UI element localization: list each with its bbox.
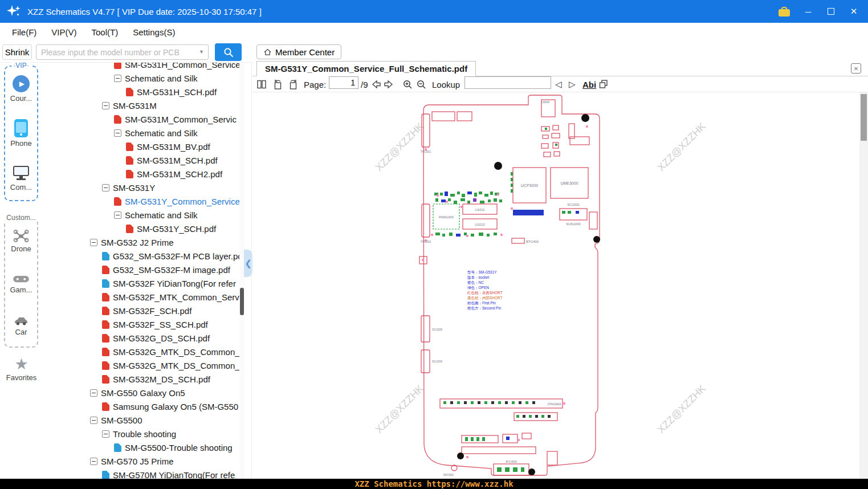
menu-settings[interactable]: Settings(S) xyxy=(131,26,177,38)
document-tab[interactable]: SM-G531Y_Common_Service_Full_Schematic.p… xyxy=(256,61,476,76)
shrink-button[interactable]: Shrink xyxy=(2,44,32,60)
tree-file-row[interactable]: SM-G532F_SCH.pdf xyxy=(43,304,239,317)
pdf-file-icon xyxy=(102,402,109,411)
phone-icon xyxy=(14,119,28,137)
viewer-scrollbar-thumb[interactable] xyxy=(861,94,867,141)
play-circle-icon: ▶ xyxy=(13,75,30,92)
maximize-button[interactable] xyxy=(826,7,836,17)
previous-result-icon[interactable]: ◁ xyxy=(555,76,562,92)
tree-file-row[interactable]: SM-G531Y_SCH.pdf xyxy=(43,222,239,235)
tree-file-row[interactable]: SM-G532M_DS_SCH.pdf xyxy=(43,372,239,386)
toolbox-icon[interactable] xyxy=(778,6,790,17)
tree-folder-row[interactable]: SM-G570 J5 Prime xyxy=(43,454,239,468)
previous-page-icon[interactable] xyxy=(370,76,382,92)
tree-item-label: Samsung Galaxy On5 (SM-G550 xyxy=(113,402,238,411)
chevron-down-icon[interactable]: ▼ xyxy=(199,49,204,55)
tree-file-row[interactable]: SM-G532F_SS_SCH.pdf xyxy=(43,317,239,331)
tree-folder-row[interactable]: SM-G531Y xyxy=(43,181,239,194)
rail-item-courses[interactable]: ▶ Cour... xyxy=(10,75,32,103)
tree-item-label: SM-G570M YiDianTong(For refe xyxy=(113,470,235,479)
tree-folder-row[interactable]: Schematic and Silk xyxy=(43,71,239,85)
drone-icon xyxy=(13,229,30,243)
tree-file-row[interactable]: SM-G531H_SCH.pdf xyxy=(43,85,239,99)
menu-vip[interactable]: VIP(V) xyxy=(49,26,79,38)
pdf-file-icon xyxy=(102,348,109,356)
tree-folder-row[interactable]: SM-G5500 xyxy=(43,413,239,427)
svg-text:U604: U604 xyxy=(541,100,550,104)
tree-file-row[interactable]: SM-G531M_BV.pdf xyxy=(43,140,239,153)
schematic-canvas: XZZ@XZZHK XZZ@XZZHK XZZ@XZZHK XZZ@XZZHK xyxy=(376,92,697,479)
tree-item-label: SM-G531Y_Common_Service xyxy=(125,197,239,206)
search-button[interactable] xyxy=(215,43,242,61)
gamepad-icon xyxy=(13,274,30,284)
tree-folder-row[interactable]: Trouble shooting xyxy=(43,427,239,441)
tree-file-row[interactable]: SM-G532F YiDianTong(For refer xyxy=(43,276,239,290)
rail-item-games[interactable]: Gam... xyxy=(10,274,32,294)
tree-file-row[interactable]: SM-G531H_Common_Service xyxy=(43,63,239,71)
page-number-input[interactable] xyxy=(329,76,358,89)
member-center-button[interactable]: Member Center xyxy=(256,44,341,59)
collapse-minus-icon[interactable] xyxy=(90,417,97,424)
doc-file-icon xyxy=(102,279,109,288)
tree-file-row[interactable]: SM-G531M_SCH.pdf xyxy=(43,153,239,167)
collapse-minus-icon[interactable] xyxy=(102,102,109,109)
viewer-scrollbar-track[interactable] xyxy=(859,92,868,479)
tree-item-label: G532_SM-G532F-M PCB layer.pc xyxy=(113,251,239,261)
two-page-view-icon[interactable] xyxy=(256,76,267,92)
rail-item-car[interactable]: Car xyxy=(13,315,30,336)
collapse-minus-icon[interactable] xyxy=(114,75,121,82)
pdf-viewer-area[interactable]: XZZ@XZZHK XZZ@XZZHK XZZ@XZZHK XZZ@XZZHK xyxy=(252,92,859,479)
collapse-minus-icon[interactable] xyxy=(102,430,109,438)
tree-file-row[interactable]: SM-G570M YiDianTong(For refe xyxy=(43,468,239,479)
menu-tool[interactable]: Tool(T) xyxy=(89,26,121,38)
text-select-tool[interactable]: Abi xyxy=(582,76,596,92)
close-button[interactable]: ✕ xyxy=(849,6,859,17)
svg-text:UME3000: UME3000 xyxy=(560,181,578,185)
tree-folder-row[interactable]: SM-G550 Galaxy On5 xyxy=(43,386,239,400)
collapse-minus-icon[interactable] xyxy=(90,389,97,397)
next-result-icon[interactable]: ▷ xyxy=(569,76,576,92)
lookup-input[interactable] xyxy=(464,76,551,89)
rotate-left-icon[interactable] xyxy=(272,76,283,92)
rail-item-drone[interactable]: Drone xyxy=(11,229,31,253)
tree-file-row[interactable]: SM-G532G_DS_SCH.pdf xyxy=(43,331,239,345)
tree-file-row[interactable]: Samsung Galaxy On5 (SM-G550 xyxy=(43,400,239,413)
pdf-file-icon xyxy=(126,156,133,165)
compare-windows-icon[interactable] xyxy=(598,76,609,92)
tree-folder-row[interactable]: Schematic and Silk xyxy=(43,126,239,140)
rail-item-phone[interactable]: Phone xyxy=(10,119,32,148)
rail-item-favorites[interactable]: ★ Favorites xyxy=(0,356,43,382)
tree-item-label: SM-G531M_Common_Servic xyxy=(125,115,237,124)
tree-folder-row[interactable]: SM-G531M xyxy=(43,99,239,112)
collapse-minus-icon[interactable] xyxy=(102,184,109,191)
tree-folder-row[interactable]: Schematic and Silk xyxy=(43,208,239,222)
svg-text:U1012: U1012 xyxy=(475,223,485,226)
rail-item-computer[interactable]: Com... xyxy=(10,164,32,191)
tree-file-row[interactable]: SM-G531M_Common_Servic xyxy=(43,112,239,126)
next-page-icon[interactable] xyxy=(383,76,395,92)
close-document-icon[interactable]: ✕ xyxy=(851,63,861,74)
collapse-minus-icon[interactable] xyxy=(90,458,97,465)
zoom-in-icon[interactable] xyxy=(402,76,413,92)
tree-file-row[interactable]: SM-G532G_MTK_DS_Common_S xyxy=(43,358,239,372)
zoom-out-icon[interactable] xyxy=(416,76,427,92)
svg-text:SC1002: SC1002 xyxy=(567,203,580,206)
tree-file-row[interactable]: SM-G532F_MTK_Common_Servi xyxy=(43,290,239,304)
minimize-button[interactable]: ─ xyxy=(803,7,813,17)
collapse-minus-icon[interactable] xyxy=(114,211,121,219)
rotate-right-icon[interactable] xyxy=(288,76,299,92)
tree-file-row[interactable]: SM-G531Y_Common_Service xyxy=(43,194,239,208)
custom-box-label: Custom... xyxy=(5,214,37,222)
vip-rail: ·VIP· ▶ Cour... Phone Com... Custom... xyxy=(0,63,43,479)
tree-file-row[interactable]: SM-G5500-Trouble shooting xyxy=(43,441,239,454)
tree-file-row[interactable]: SM-G531M_SCH2.pdf xyxy=(43,167,239,181)
menu-file[interactable]: File(F) xyxy=(10,26,39,38)
search-input[interactable] xyxy=(36,44,209,60)
tree-scrollbar-thumb[interactable] xyxy=(240,288,244,315)
collapse-minus-icon[interactable] xyxy=(114,129,121,137)
collapse-minus-icon[interactable] xyxy=(90,239,97,246)
tree-file-row[interactable]: G532_SM-G532F-M image.pdf xyxy=(43,263,239,276)
tree-file-row[interactable]: G532_SM-G532F-M PCB layer.pc xyxy=(43,249,239,263)
tree-file-row[interactable]: SM-G532G_MTK_DS_Common_S xyxy=(43,345,239,358)
tree-folder-row[interactable]: SM-G532 J2 Prime xyxy=(43,235,239,249)
